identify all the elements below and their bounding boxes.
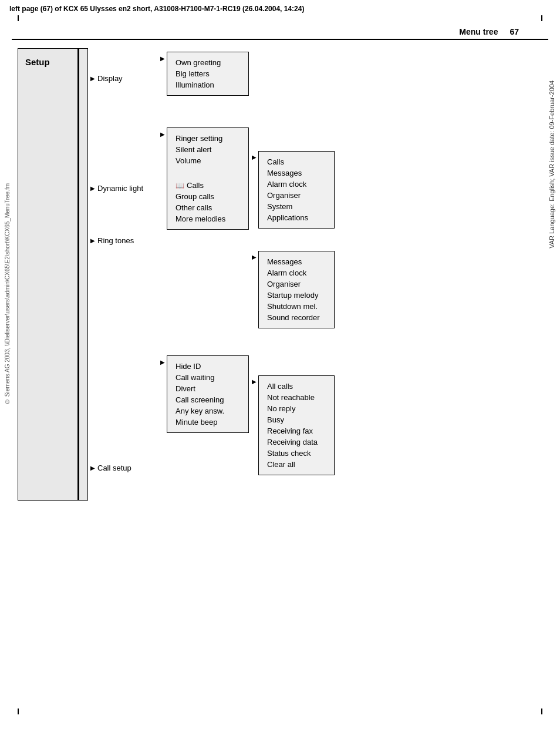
volume-label: Volume (176, 156, 201, 165)
bottom-mark-right (541, 709, 542, 714)
arrow-moremel-lv3: ▶ (250, 251, 258, 263)
side-label-text: VAR Language: English; VAR issue date: 0… (548, 80, 555, 249)
rt-item-2: Silent alert (176, 144, 240, 155)
arrow-callsetup: ▶ (88, 462, 97, 474)
arrow-ringtones-lv2: ▶ (158, 129, 167, 140)
left-label: © Siemens AG 2003, \\Dieliserver\users\a… (0, 117, 14, 470)
bottom-marks (0, 709, 560, 714)
display-children-group: ▶ Own greeting Big letters Illumination (158, 52, 249, 96)
cs-item-5: Any key answ. (176, 405, 240, 417)
rt-item-group: Group calls (176, 191, 240, 202)
rt-item-3: Volume (176, 155, 240, 166)
moremel-lv3-group: ▶ Messages Alarm clock Organiser Startup… (250, 251, 335, 328)
div-item-1: All calls (267, 381, 326, 392)
rt-lv3-col: ▶ Calls Messages Alarm clock Organiser S… (250, 127, 335, 328)
div-item-8: Clear all (267, 459, 326, 470)
setup-box: Setup (18, 48, 88, 501)
book-icon: 📖 (176, 182, 184, 190)
top-marks (0, 15, 560, 21)
arrow-display: ▶ (88, 73, 97, 84)
spacer-1 (88, 123, 156, 146)
arrow-callsetup-lv2: ▶ (158, 357, 167, 368)
level2-column: ▶ Own greeting Big letters Illumination … (158, 48, 335, 475)
section-name: Menu tree (459, 27, 498, 36)
vol-item-2: Messages (267, 167, 326, 179)
mm-item-1: Messages (267, 256, 326, 267)
bottom-mark-left (18, 709, 19, 714)
level1-display-row: ▶ Display (88, 72, 156, 85)
div-item-4: Busy (267, 414, 326, 425)
ringtones-label: Ring tones (97, 234, 156, 247)
callsetup-children-group: ▶ Hide ID Call waiting Divert Call scree… (158, 355, 335, 475)
rt-item-more: More melodies (176, 213, 240, 224)
setup-label: Setup (25, 57, 50, 67)
divert-box: All calls Not reachable No reply Busy Re… (258, 375, 335, 475)
top-mark-right (541, 15, 542, 21)
arrow-dynlight: ▶ (88, 183, 97, 194)
callsetup-box: Hide ID Call waiting Divert Call screeni… (167, 355, 249, 433)
vol-item-1: Calls (267, 156, 326, 167)
divert-lv3-group: ▶ All calls Not reachable No reply Busy … (250, 375, 335, 475)
setup-vertical-bar (77, 49, 79, 500)
mm-item-3: Organiser (267, 278, 326, 290)
calls-label: Calls (187, 181, 204, 190)
callsetup-label: Call setup (97, 462, 156, 474)
rt-item-1: Ringer setting (176, 133, 240, 144)
arrow-divert-lv3: ▶ (250, 376, 258, 387)
rt-item-other: Other calls (176, 202, 240, 213)
arrow-display-lv2: ▶ (158, 53, 167, 64)
cs-item-6: Minute beep (176, 417, 240, 428)
mm-item-4: Startup melody (267, 290, 326, 301)
vol-item-5: System (267, 201, 326, 212)
vol-item-4: Organiser (267, 190, 326, 201)
rt-item-calls: 📖 Calls (176, 180, 240, 191)
volume-lv3-group: ▶ Calls Messages Alarm clock Organiser S… (250, 151, 335, 229)
volume-box: Calls Messages Alarm clock Organiser Sys… (258, 151, 335, 229)
top-mark-left (18, 15, 19, 21)
div-item-6: Receiving data (267, 436, 326, 448)
level1-dynlight-row: ▶ Dynamic light (88, 182, 156, 194)
mm-item-6: Sound recorder (267, 312, 326, 323)
level1-column: ▶ Display ▶ Dynamic light ▶ Ring tones ▶… (88, 48, 156, 501)
div-item-5: Receiving fax (267, 425, 326, 436)
cs-item-2: Call waiting (176, 372, 240, 383)
page-number: 67 (510, 27, 519, 36)
cs-item-4: Call screening (176, 394, 240, 405)
arrow-volume-lv3: ▶ (250, 152, 258, 163)
diagram: Setup ▶ Display ▶ Dynamic light ▶ Ring t… (18, 48, 531, 501)
spacer-2 (88, 285, 156, 426)
mm-item-5: Shutdown mel. (267, 301, 326, 312)
display-item-1: Own greeting (176, 57, 240, 68)
div-item-2: Not reachable (267, 392, 326, 403)
level1-callsetup-row: ▶ Call setup (88, 462, 156, 474)
div-item-3: No reply (267, 403, 326, 414)
page-header: left page (67) of KCX 65 Ulysses en2 sho… (0, 0, 560, 15)
display-item-3: Illumination (176, 79, 240, 90)
side-label: VAR Language: English; VAR issue date: 0… (544, 47, 560, 282)
mm-item-2: Alarm clock (267, 267, 326, 278)
doc-title: left page (67) of KCX 65 Ulysses en2 sho… (9, 5, 304, 13)
left-label-text: © Siemens AG 2003, \\Dieliserver\users\a… (4, 183, 11, 405)
ringtones-box: Ringer setting Silent alert Volume 📖 Cal… (167, 127, 249, 230)
moremel-box: Messages Alarm clock Organiser Startup m… (258, 251, 335, 328)
section-title-bar: Menu tree 67 (12, 23, 548, 40)
cs-item-1: Hide ID (176, 361, 240, 372)
div-item-7: Status check (267, 448, 326, 459)
dynlight-label: Dynamic light (97, 182, 156, 194)
vol-item-3: Alarm clock (267, 179, 326, 190)
ringtones-children-group: ▶ Ringer setting Silent alert Volume 📖 C… (158, 127, 335, 328)
main-diagram-area: Setup ▶ Display ▶ Dynamic light ▶ Ring t… (18, 48, 531, 501)
display-label: Display (97, 72, 156, 85)
rt-item-blank (176, 166, 240, 180)
cs-item-3: Divert (176, 383, 240, 394)
display-box: Own greeting Big letters Illumination (167, 52, 249, 96)
level1-ringtones-row: ▶ Ring tones (88, 234, 156, 247)
arrow-ringtones: ▶ (88, 235, 97, 246)
display-item-2: Big letters (176, 68, 240, 79)
vol-item-6: Applications (267, 212, 326, 223)
